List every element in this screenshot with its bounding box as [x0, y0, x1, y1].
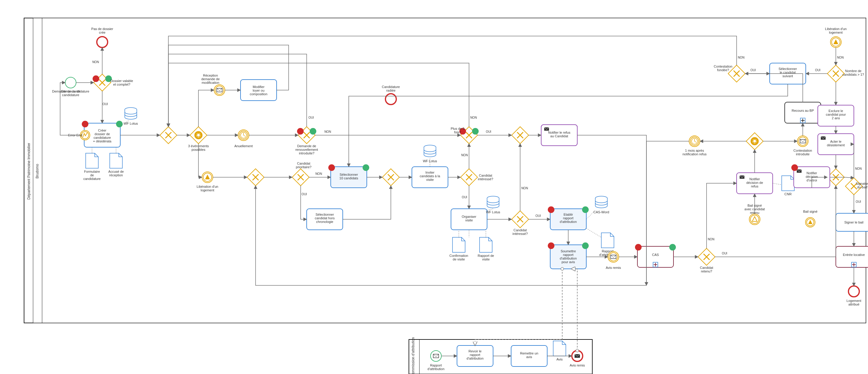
datastore-wf-lotus-1 — [125, 107, 137, 119]
svg-text:Contestationintroduite: Contestationintroduite — [794, 149, 812, 156]
svg-text:NON: NON — [837, 56, 844, 59]
svg-text:OUI: OUI — [815, 68, 820, 72]
boundary-signal-bail[interactable] — [805, 217, 815, 227]
datastore-wf-lotus-3 — [487, 196, 499, 208]
svg-text:CAS: CAS — [652, 253, 659, 257]
svg-point-92 — [548, 206, 554, 213]
subprocess-entree[interactable] — [836, 246, 868, 267]
svg-text:Avis remis: Avis remis — [606, 266, 621, 269]
signal-event-liberation[interactable] — [202, 172, 213, 183]
svg-text:Recours au BP: Recours au BP — [792, 109, 814, 112]
svg-text:CNR: CNR — [784, 192, 792, 196]
svg-text:Signer le bail: Signer le bail — [844, 220, 864, 224]
svg-point-171 — [848, 286, 859, 297]
svg-text:Candidatretenu?: Candidatretenu? — [700, 266, 713, 273]
signal-event-bail-retenu[interactable] — [749, 214, 760, 225]
svg-text:NON: NON — [521, 186, 528, 190]
svg-text:NON: NON — [738, 56, 744, 59]
svg-text:NON: NON — [315, 172, 322, 175]
svg-point-44 — [297, 128, 304, 135]
bpmn-diagram: Département Patrimoine Immobilier Brudom… — [0, 0, 868, 374]
svg-point-15 — [116, 121, 123, 127]
svg-text:OUI: OUI — [102, 102, 108, 106]
svg-point-93 — [582, 206, 589, 213]
catch-event-contestation[interactable] — [797, 136, 808, 146]
svg-text:Sélectionner10 candidats: Sélectionner10 candidats — [339, 173, 359, 180]
svg-point-14 — [82, 121, 88, 127]
svg-text:Candidatintéressé?: Candidatintéressé? — [513, 228, 528, 236]
svg-text:NON: NON — [470, 116, 477, 119]
gateway-dossier-label: Dossier valableet complet? — [110, 79, 133, 86]
svg-text:OUI: OUI — [856, 200, 861, 203]
datastore-wf-lotus-2 — [424, 145, 436, 157]
subprocess-recours[interactable] — [785, 102, 821, 123]
svg-text:Anuellement: Anuellement — [234, 144, 253, 148]
svg-text:Entrée locative: Entrée locative — [843, 253, 865, 257]
svg-point-99 — [548, 242, 554, 249]
svg-text:WF Lotus: WF Lotus — [486, 210, 500, 214]
svg-point-7 — [93, 75, 99, 82]
pool-commission-label: Commission d'attribution — [411, 337, 415, 374]
svg-point-63 — [472, 128, 479, 135]
lane-brudomo — [33, 18, 866, 323]
svg-text:Notifier le refusau Candidat: Notifier le refusau Candidat — [548, 131, 570, 138]
svg-text:Signaturedu bail?: Signaturedu bail? — [856, 182, 868, 189]
svg-text:Logementattribué: Logementattribué — [847, 299, 861, 306]
svg-text:Bail signé: Bail signé — [803, 210, 817, 213]
end-event-avis[interactable] — [572, 350, 583, 362]
svg-text:Demande decandidature: Demande decandidature — [61, 90, 80, 97]
svg-text:Sélectionnercandidat horschron: Sélectionnercandidat horschronologie — [315, 213, 335, 224]
svg-text:NON: NON — [708, 238, 714, 241]
svg-text:Accusé deréception: Accusé deréception — [108, 170, 124, 177]
svg-text:Avis: Avis — [557, 358, 563, 361]
svg-text:OUI: OUI — [302, 193, 307, 196]
svg-point-45 — [310, 128, 316, 135]
svg-point-2 — [65, 77, 76, 88]
lane-label: Brudomo — [35, 164, 39, 178]
catch-event-avis-remis[interactable] — [608, 251, 619, 262]
svg-text:OUI: OUI — [535, 214, 541, 217]
datastore-cas-word — [595, 196, 607, 208]
svg-point-108 — [669, 244, 676, 250]
svg-text:NON: NON — [461, 154, 468, 157]
svg-point-115 — [749, 214, 760, 225]
svg-text:OUI: OUI — [462, 196, 467, 199]
svg-point-55 — [363, 164, 369, 171]
svg-point-107 — [635, 244, 642, 250]
svg-text:OUI: OUI — [486, 130, 491, 133]
svg-text:OUI: OUI — [722, 252, 727, 255]
catch-event-modification[interactable] — [214, 85, 225, 96]
svg-point-100 — [582, 242, 589, 249]
svg-text:OUI: OUI — [750, 68, 756, 72]
end-event-logement[interactable] — [848, 286, 859, 297]
svg-text:Candidatintéressé?: Candidatintéressé? — [478, 174, 493, 181]
svg-text:NON: NON — [855, 167, 862, 170]
timer-event-1mois[interactable] — [689, 136, 700, 146]
svg-text:OUI: OUI — [308, 116, 314, 119]
svg-point-59 — [385, 94, 396, 105]
start-event-rapport[interactable] — [431, 350, 441, 362]
svg-text:Nombre decandidats > 1?: Nombre decandidats > 1? — [842, 69, 864, 76]
svg-text:NON: NON — [92, 60, 99, 64]
svg-text:CAS-Word: CAS-Word — [593, 210, 609, 214]
end-event-radiee[interactable] — [385, 94, 396, 105]
timer-event-annuel[interactable] — [238, 130, 249, 141]
svg-text:1 mois aprèsnotification refus: 1 mois aprèsnotification refus — [682, 149, 707, 156]
svg-point-157 — [791, 164, 798, 171]
svg-text:Candidatprioritaire?: Candidatprioritaire? — [296, 162, 311, 169]
svg-rect-168 — [836, 246, 868, 267]
svg-text:NON: NON — [324, 130, 331, 133]
svg-point-54 — [328, 164, 335, 171]
start-event-liberation[interactable] — [830, 37, 841, 47]
svg-text:Avis remis: Avis remis — [570, 364, 585, 367]
pool-main-label: Département Patrimoine Immobilier — [27, 143, 31, 200]
svg-text:Réceptiondemande demodificatio: Réceptiondemande demodification — [201, 74, 219, 84]
svg-text:Soumettrerapportd'attributionp: Soumettrerapportd'attributionpour avis — [560, 249, 577, 264]
svg-point-9 — [97, 37, 107, 47]
svg-text:WF Lotus: WF Lotus — [124, 122, 138, 125]
end-event-pas-dossier[interactable] — [97, 37, 107, 47]
